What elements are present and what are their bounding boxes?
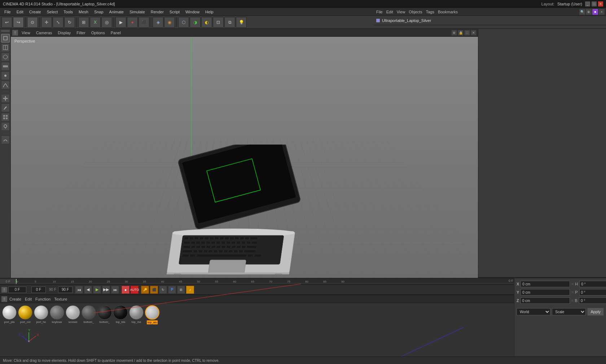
- obj-cube-btn[interactable]: ⬡: [178, 17, 189, 28]
- sidebar-poly-btn[interactable]: [1, 53, 10, 61]
- end-frame-input[interactable]: [58, 287, 73, 293]
- checkerboard-btn[interactable]: ⊞: [78, 17, 89, 28]
- vp-cameras[interactable]: Cameras: [34, 30, 54, 35]
- vp-close-btn[interactable]: ✕: [471, 30, 477, 36]
- autokey-btn[interactable]: ⬛: [139, 17, 149, 28]
- tc-key-sel[interactable]: ⬛: [150, 286, 158, 294]
- menu-file[interactable]: File: [1, 9, 14, 15]
- rp-view[interactable]: View: [395, 9, 407, 14]
- tc-play[interactable]: ▶: [93, 286, 101, 294]
- vp-maximize-btn[interactable]: □: [464, 30, 470, 36]
- rp-objects[interactable]: Objects: [407, 9, 423, 14]
- menu-snap[interactable]: Snap: [91, 9, 106, 15]
- coord-mode-right[interactable]: Scale Size: [552, 308, 586, 315]
- menu-edit[interactable]: Edit: [14, 9, 26, 15]
- ring-btn[interactable]: ◎: [101, 17, 112, 28]
- tc-sound[interactable]: ♪: [186, 286, 194, 294]
- tc-record-btn[interactable]: ●: [122, 286, 129, 294]
- rp-tags[interactable]: Tags: [425, 9, 436, 14]
- menu-animate[interactable]: Animate: [106, 9, 127, 15]
- material-top-metal[interactable]: top_me: [129, 305, 144, 324]
- object-item[interactable]: Ultraportable_Laptop_Silver: [373, 16, 606, 25]
- sidebar-move-btn[interactable]: [1, 94, 10, 103]
- record-btn[interactable]: ●: [127, 17, 138, 28]
- menu-help[interactable]: Help: [202, 9, 216, 15]
- material-keyboard[interactable]: keyboar: [50, 305, 64, 324]
- tc-goto-start[interactable]: ⏮: [75, 286, 83, 294]
- sidebar-sculpt-btn[interactable]: [1, 81, 10, 89]
- start-frame-input[interactable]: [31, 287, 46, 293]
- rp-bookmarks[interactable]: Bookmarks: [436, 9, 459, 14]
- tc-motion-clip[interactable]: ⊞: [177, 286, 185, 294]
- mat-edit[interactable]: Edit: [23, 297, 33, 302]
- vp-display[interactable]: Display: [56, 30, 73, 35]
- material-port-pla[interactable]: port_pla: [2, 305, 17, 324]
- mat-create[interactable]: Create: [8, 297, 23, 302]
- live-select-btn[interactable]: ⊙: [27, 17, 38, 28]
- tc-goto-end[interactable]: ⏭: [111, 286, 119, 294]
- vp-lock-btn[interactable]: 🔒: [458, 30, 464, 36]
- undo-btn[interactable]: ↩: [1, 17, 12, 28]
- coord-b-input[interactable]: [579, 297, 606, 304]
- menu-script[interactable]: Script: [167, 9, 183, 15]
- menu-simulate[interactable]: Simulate: [127, 9, 148, 15]
- coord-x-input[interactable]: [521, 281, 570, 287]
- rp-search-icon[interactable]: 🔍: [579, 9, 585, 15]
- film-btn[interactable]: ▶: [115, 17, 126, 28]
- rp-x-icon[interactable]: ×: [599, 9, 605, 15]
- coord-h-input[interactable]: [579, 281, 606, 287]
- move-btn[interactable]: ✛: [41, 17, 52, 28]
- apply-button[interactable]: Apply: [587, 308, 604, 316]
- obj-cam-btn[interactable]: ⊡: [213, 17, 224, 28]
- vp-panel[interactable]: Panel: [109, 30, 123, 35]
- maximize-btn[interactable]: □: [592, 1, 597, 6]
- null-btn[interactable]: X: [90, 17, 101, 28]
- menu-select[interactable]: Select: [44, 9, 61, 15]
- material-port-coi[interactable]: port_coi: [18, 305, 32, 324]
- obj-poly-btn[interactable]: ⧉: [224, 17, 235, 28]
- vp-options[interactable]: Options: [89, 30, 107, 35]
- menu-tools[interactable]: Tools: [61, 9, 76, 15]
- coord-z-input[interactable]: [521, 297, 570, 304]
- obj-bulb-btn[interactable]: 💡: [236, 17, 247, 28]
- coord-p-input[interactable]: [579, 289, 606, 296]
- mat-texture[interactable]: Texture: [53, 297, 69, 302]
- rotate-btn[interactable]: ↻: [64, 17, 75, 28]
- tc-preview[interactable]: P: [168, 286, 176, 294]
- material-bottom-1[interactable]: bottom_: [82, 305, 96, 324]
- tc-key-all[interactable]: 🔑: [141, 286, 149, 294]
- menu-render[interactable]: Render: [148, 9, 167, 15]
- minimize-btn[interactable]: _: [585, 1, 590, 6]
- menu-window[interactable]: Window: [183, 9, 202, 15]
- coord-mode-left[interactable]: World Object Local: [517, 308, 550, 315]
- sidebar-brush-btn[interactable]: [1, 103, 10, 112]
- tc-prev-frame[interactable]: ◀: [84, 286, 92, 294]
- vp-filter[interactable]: Filter: [74, 30, 87, 35]
- vp-expand-btn[interactable]: ⊕: [451, 30, 457, 36]
- current-frame-input[interactable]: [8, 287, 26, 293]
- rp-file[interactable]: File: [375, 9, 384, 14]
- rp-expand-icon[interactable]: ⊕: [586, 9, 592, 15]
- rp-close-icon[interactable]: ■: [592, 9, 598, 15]
- obj-sphere-btn[interactable]: ◑: [190, 17, 201, 28]
- sidebar-model-btn[interactable]: [1, 34, 10, 43]
- scale-btn[interactable]: ⤡: [53, 17, 63, 28]
- render-btn[interactable]: ◈: [153, 17, 163, 28]
- sidebar-grid-btn[interactable]: [1, 113, 10, 121]
- menu-create[interactable]: Create: [26, 9, 44, 15]
- menu-mesh[interactable]: Mesh: [76, 9, 91, 15]
- coord-y-input[interactable]: [521, 289, 570, 296]
- sidebar-deform-btn[interactable]: [1, 136, 10, 144]
- render-vp-btn[interactable]: ◉: [164, 17, 175, 28]
- tc-auto-btn[interactable]: AUTO: [131, 286, 139, 294]
- tc-next-frame[interactable]: ▶▶: [102, 286, 110, 294]
- rp-edit[interactable]: Edit: [385, 9, 395, 14]
- material-top-alu[interactable]: top_alu: [145, 305, 159, 324]
- sidebar-uv-btn[interactable]: [1, 43, 10, 52]
- close-btn[interactable]: ✕: [598, 1, 603, 6]
- material-bottom-2[interactable]: bottom_: [97, 305, 112, 324]
- vp-handle[interactable]: ⣿: [12, 30, 18, 36]
- tc-key-motion[interactable]: ↻: [159, 286, 167, 294]
- obj-light-btn[interactable]: ◐: [201, 17, 212, 28]
- material-screws[interactable]: screws: [66, 305, 80, 324]
